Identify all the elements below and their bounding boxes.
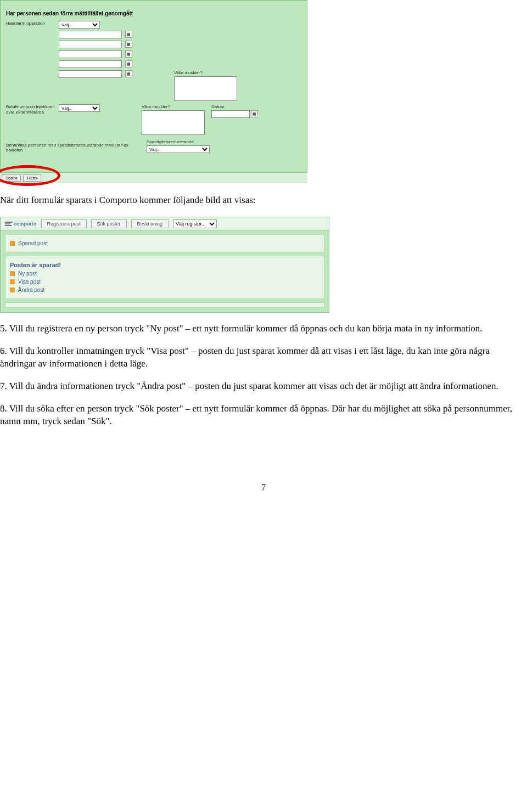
sparad-post-panel: Sparad post bbox=[5, 234, 324, 252]
actions-panel: Posten är sparad! Ny post Visa post Ändr… bbox=[5, 256, 324, 299]
visa-post-link[interactable]: Visa post bbox=[18, 279, 41, 285]
andra-post-link[interactable]: Ändra post bbox=[18, 287, 44, 293]
hand-arm-label: Hand/arm operation bbox=[6, 21, 55, 26]
hand-arm-select[interactable]: Välj... bbox=[59, 21, 100, 29]
save-button[interactable]: Spara bbox=[2, 174, 21, 182]
tab-sok-poster[interactable]: Sök poster bbox=[91, 219, 127, 228]
calendar-icon[interactable]: ▦ bbox=[125, 60, 132, 67]
muscles-textarea-1[interactable] bbox=[174, 76, 237, 101]
text-input-1[interactable] bbox=[59, 31, 122, 38]
paragraph-7: 7. Vill du ändra informationen tryck "Än… bbox=[0, 380, 527, 393]
register-select[interactable]: Välj register... bbox=[173, 219, 217, 228]
toolbar: comporto Registrera post Sök poster Besk… bbox=[1, 217, 329, 231]
calendar-icon[interactable]: ▦ bbox=[125, 41, 132, 48]
logo: comporto bbox=[5, 221, 37, 227]
form-panel: Har personen sedan förra mättillfället g… bbox=[0, 0, 307, 172]
text-input-2[interactable] bbox=[59, 41, 122, 48]
text-input-4[interactable] bbox=[59, 60, 122, 68]
spast-select[interactable]: Välj... bbox=[147, 145, 210, 153]
spast-label: Spasticitetsreducerande bbox=[147, 139, 210, 144]
date-label: Datum bbox=[211, 104, 258, 109]
logo-text: comporto bbox=[14, 221, 37, 227]
muscles-label: Vilka muskler? bbox=[174, 70, 237, 75]
sparad-post-label: Sparad post bbox=[18, 240, 48, 246]
paragraph-5: 5. Vill du registrera en ny person tryck… bbox=[0, 323, 527, 335]
intro-paragraph: När ditt formulär sparats i Comporto kom… bbox=[0, 194, 527, 207]
button-bar: Spara Rens bbox=[0, 172, 307, 183]
paragraph-6: 6. Vill du kontroller inmatningen tryck … bbox=[0, 345, 527, 370]
date-input[interactable] bbox=[211, 110, 250, 118]
botox-select[interactable]: Välj... bbox=[59, 104, 100, 112]
calendar-icon[interactable]: ▦ bbox=[125, 70, 132, 77]
page-number: 7 bbox=[0, 483, 527, 493]
calendar-icon[interactable]: ▦ bbox=[125, 31, 132, 38]
posten-sparad-header: Posten är sparad! bbox=[10, 262, 61, 268]
tab-registrera[interactable]: Registrera post bbox=[41, 219, 87, 228]
tab-beskrivning[interactable]: Beskrivning bbox=[131, 219, 169, 228]
form-screenshot: Har personen sedan förra mättillfället g… bbox=[0, 0, 307, 183]
saved-post-screenshot: comporto Registrera post Sök poster Besk… bbox=[0, 217, 329, 313]
baklofen-label: Behandlas personen med spasticitetsreduc… bbox=[6, 143, 143, 153]
empty-strip bbox=[5, 302, 324, 308]
text-input-5[interactable] bbox=[59, 70, 122, 78]
bullet-icon bbox=[10, 279, 15, 284]
bullet-icon bbox=[10, 287, 15, 292]
text-input-3[interactable] bbox=[59, 50, 122, 58]
botox-label: Botulinumtoxin injektion i övre extremit… bbox=[6, 104, 55, 115]
calendar-icon[interactable]: ▦ bbox=[251, 110, 258, 117]
muscles-label-2: Vilka muskler? bbox=[142, 104, 205, 109]
bullet-icon bbox=[10, 241, 15, 246]
bullet-icon bbox=[10, 271, 15, 276]
section-title: Har personen sedan förra mättillfället g… bbox=[6, 10, 301, 16]
clear-button[interactable]: Rens bbox=[23, 174, 41, 182]
paragraph-8: 8. Vill du söka efter en person tryck "S… bbox=[0, 403, 527, 428]
calendar-icon[interactable]: ▦ bbox=[125, 50, 132, 58]
ny-post-link[interactable]: Ny post bbox=[18, 270, 37, 277]
muscles-textarea-2[interactable] bbox=[142, 110, 205, 135]
